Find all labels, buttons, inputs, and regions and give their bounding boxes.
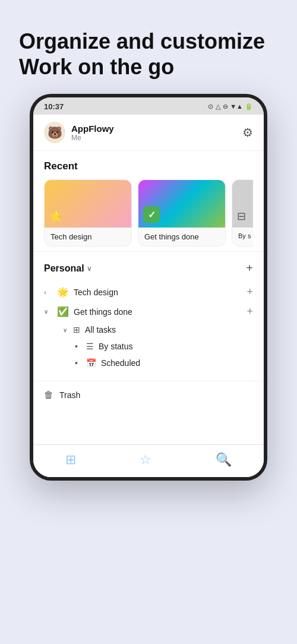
status-signal-icon: ⊖ ▼▲ 🔋 — [223, 103, 253, 111]
card-thumbnail-gray: ⊟ — [232, 180, 253, 228]
tech-design-label: Tech design — [74, 288, 118, 297]
header-info: AppFlowy Me — [71, 124, 114, 142]
app-content: 🐻 AppFlowy Me ⚙ Recent — [33, 115, 264, 477]
nav-item-tech-design-left: › 🌟 Tech design — [44, 286, 118, 298]
search-icon: 🔍 — [216, 452, 232, 468]
bottom-nav-star-button[interactable]: ☆ — [140, 452, 151, 468]
trash-label: Trash — [59, 390, 80, 400]
star-icon: ☆ — [140, 452, 151, 468]
bottom-nav: ⊞ ☆ 🔍 — [33, 444, 264, 477]
layout-icon: ⊟ — [237, 210, 246, 223]
recent-cards: ⭐ Tech design ✓ Get things done — [44, 179, 253, 247]
chevron-down-icon-gtd: ∨ — [44, 308, 52, 315]
scheduled-icon: 📅 — [86, 358, 96, 368]
app-header: 🐻 AppFlowy Me ⚙ — [33, 115, 264, 151]
nav-section-add-button[interactable]: + — [246, 261, 253, 275]
nav-section-title: Personal — [44, 263, 84, 274]
nav-sub-item-by-status[interactable]: • ☰ By status — [63, 338, 253, 355]
recent-card-by-status[interactable]: ⊟ By s — [232, 179, 253, 247]
app-name-label: AppFlowy — [71, 124, 114, 134]
bear-emoji: 🐻 — [48, 125, 62, 140]
grid-icon: ⊞ — [65, 452, 76, 468]
nav-sub-item-all-tasks[interactable]: ∨ ⊞ All tasks — [63, 321, 253, 338]
bottom-nav-grid-button[interactable]: ⊞ — [65, 452, 76, 468]
phone-frame: 10:37 ⊙ △ ⊖ ▼▲ 🔋 🐻 AppFlowy Me — [30, 94, 267, 481]
chevron-right-icon: › — [44, 289, 52, 296]
all-tasks-chevron-icon: ∨ — [63, 327, 67, 333]
tech-design-add-button[interactable]: + — [247, 286, 253, 298]
header-left: 🐻 AppFlowy Me — [44, 122, 114, 143]
card-label-get-things-done: Get things done — [138, 228, 225, 246]
nav-section-title-area[interactable]: Personal ∨ — [44, 263, 92, 274]
by-status-label: By status — [99, 342, 133, 351]
by-status-dot-icon: • — [75, 342, 78, 351]
scheduled-dot-icon: • — [75, 358, 78, 368]
hero-section: Organize and customize Work on the go — [0, 0, 297, 94]
user-label: Me — [71, 134, 114, 142]
status-bar: 10:37 ⊙ △ ⊖ ▼▲ 🔋 — [33, 97, 264, 115]
by-status-icon: ☰ — [86, 342, 94, 351]
card-thumbnail-colorful: ✓ — [138, 180, 225, 228]
scheduled-label: Scheduled — [101, 358, 140, 368]
get-things-done-add-button[interactable]: + — [247, 305, 253, 318]
recent-title: Recent — [44, 160, 253, 172]
trash-item[interactable]: 🗑 Trash — [33, 381, 264, 409]
star-badge-icon: ⭐ — [49, 210, 62, 223]
gear-button[interactable]: ⚙ — [242, 125, 253, 140]
nav-section: Personal ∨ + › 🌟 Tech design + — [33, 251, 264, 381]
get-things-done-label: Get things done — [74, 307, 132, 317]
get-things-done-icon: ✅ — [57, 306, 69, 317]
hero-title: Organize and customize Work on the go — [19, 29, 278, 80]
recent-section: Recent ⭐ Tech design ✓ Get thi — [33, 151, 264, 251]
trash-icon: 🗑 — [44, 390, 53, 400]
all-tasks-label: All tasks — [85, 325, 116, 334]
status-icons: ⊙ △ ⊖ ▼▲ 🔋 — [208, 103, 253, 111]
tech-design-icon: 🌟 — [57, 286, 69, 298]
status-camera-icon: ⊙ — [208, 103, 213, 111]
nav-sub-items: ∨ ⊞ All tasks • ☰ By status • 📅 Sched — [44, 321, 253, 371]
nav-item-get-things-done[interactable]: ∨ ✅ Get things done + — [44, 302, 253, 321]
check-badge-icon: ✓ — [143, 206, 160, 223]
card-thumbnail-yellow: ⭐ — [45, 180, 131, 228]
status-time: 10:37 — [44, 102, 64, 111]
phone-wrapper: 10:37 ⊙ △ ⊖ ▼▲ 🔋 🐻 AppFlowy Me — [0, 94, 297, 493]
recent-card-get-things-done[interactable]: ✓ Get things done — [138, 179, 226, 247]
card-label-by-status: By s — [232, 228, 253, 244]
card-label-tech-design: Tech design — [45, 228, 131, 246]
bottom-nav-search-button[interactable]: 🔍 — [216, 452, 232, 468]
status-alert-icon: △ — [216, 103, 220, 111]
nav-item-tech-design[interactable]: › 🌟 Tech design + — [44, 282, 253, 302]
nav-sub-item-scheduled[interactable]: • 📅 Scheduled — [63, 355, 253, 371]
nav-item-get-things-done-left: ∨ ✅ Get things done — [44, 306, 132, 317]
nav-section-header: Personal ∨ + — [44, 261, 253, 275]
all-tasks-icon: ⊞ — [73, 325, 80, 334]
bear-avatar: 🐻 — [44, 122, 65, 143]
chevron-down-icon: ∨ — [87, 264, 92, 273]
recent-card-tech-design[interactable]: ⭐ Tech design — [44, 179, 132, 247]
